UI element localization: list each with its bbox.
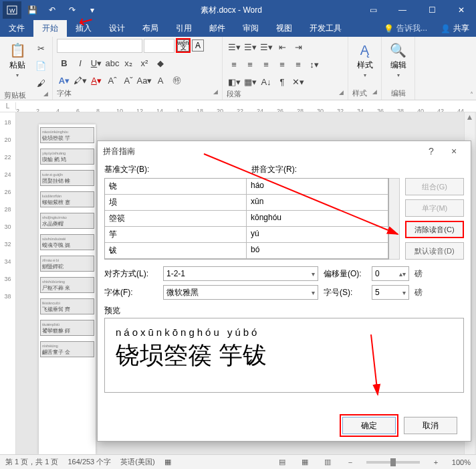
table-cell[interactable]: sōuhúnduówèi螋魂夺魄 娓 bbox=[40, 234, 94, 250]
maximize-icon[interactable]: ☐ bbox=[417, 0, 447, 20]
font-color-button[interactable]: A▾ bbox=[89, 73, 104, 88]
dialog-help-button[interactable]: ? bbox=[420, 146, 443, 157]
superscript-button[interactable]: x² bbox=[137, 56, 152, 70]
web-layout-icon[interactable]: ▥ bbox=[321, 457, 334, 468]
scroll-up-icon[interactable]: ▲ bbox=[465, 112, 475, 123]
phonetic-guide-button[interactable]: wén文 bbox=[176, 38, 191, 53]
base-cell[interactable]: 埙 bbox=[105, 195, 247, 211]
increase-indent-button[interactable]: ⇥ bbox=[291, 39, 306, 54]
table-cell[interactable]: yàyúyūshuāng猰貐 鹓 鸠 bbox=[40, 149, 94, 165]
base-cell[interactable]: 箜篌 bbox=[105, 211, 247, 227]
status-words[interactable]: 164/253 个字 bbox=[68, 457, 111, 467]
shrink-font-button[interactable]: Aˇ bbox=[121, 73, 136, 88]
single-button[interactable]: 单字(M) bbox=[405, 199, 464, 217]
text-effects-button[interactable]: A▾ bbox=[57, 73, 72, 88]
copy-icon[interactable]: 📄 bbox=[33, 58, 48, 73]
vertical-ruler[interactable]: 1820222426283032343638 bbox=[0, 112, 16, 454]
undo-icon[interactable]: ↶ bbox=[43, 1, 62, 19]
char-border-button[interactable]: A bbox=[192, 39, 204, 52]
tab-view[interactable]: 视图 bbox=[267, 20, 301, 37]
font-name-select[interactable] bbox=[57, 39, 142, 53]
numbering-button[interactable]: ☰▾ bbox=[243, 39, 257, 54]
table-cell[interactable]: náoxūnkōnghóu铙埙箜篌 竽 bbox=[40, 127, 94, 143]
table-cell[interactable]: tuán é guàjĭn团棸挂锦 帷 bbox=[40, 170, 94, 186]
base-cell[interactable]: 钹 bbox=[105, 243, 247, 259]
asian-layout-button[interactable]: ✕▾ bbox=[291, 74, 306, 89]
cut-icon[interactable]: ✂ bbox=[33, 41, 48, 56]
ruby-cell[interactable]: háo bbox=[247, 179, 388, 195]
table-cell[interactable]: shīshūbùzàng尸枢不葬 來 bbox=[40, 277, 94, 293]
tab-developer[interactable]: 开发工具 bbox=[301, 20, 350, 37]
clipboard-dialog-launcher[interactable]: ◢ bbox=[43, 90, 48, 100]
tab-references[interactable]: 引用 bbox=[167, 20, 201, 37]
decrease-indent-button[interactable]: ⇤ bbox=[275, 39, 289, 54]
align-select[interactable]: 1-2-1▾ bbox=[163, 266, 318, 281]
zoom-in-icon[interactable]: + bbox=[429, 457, 443, 468]
ruler-tab-selector[interactable]: L bbox=[0, 102, 16, 110]
font-dialog-launcher[interactable]: ◢ bbox=[213, 88, 218, 98]
redo-icon[interactable]: ↷ bbox=[63, 1, 82, 19]
table-cell[interactable]: zĭmáo é bì鰂暨鐔砣 bbox=[40, 256, 94, 272]
cancel-button[interactable]: 取消 bbox=[404, 417, 457, 434]
borders-button[interactable]: ▦▾ bbox=[243, 74, 257, 89]
default-reading-button[interactable]: 默认读音(D) bbox=[405, 242, 464, 260]
paste-button[interactable]: 📋粘贴▾ bbox=[4, 38, 31, 82]
guide-table[interactable]: 铙埙箜篌竽钹 háoxūnkōnghóuyúbó bbox=[104, 178, 389, 260]
bold-button[interactable]: B bbox=[57, 56, 72, 70]
base-cell[interactable]: 铙 bbox=[105, 179, 247, 195]
word-icon[interactable]: W bbox=[3, 1, 21, 19]
font-size-select[interactable] bbox=[144, 39, 174, 53]
shading-button[interactable]: ◧▾ bbox=[227, 74, 241, 89]
multilevel-button[interactable]: ☰▾ bbox=[259, 39, 273, 54]
macro-icon[interactable]: ▦ bbox=[164, 458, 171, 466]
table-cell[interactable]: shuĭjīngkuìmào水晶夔帽 bbox=[40, 213, 94, 229]
collapse-ribbon-icon[interactable]: ˄ bbox=[470, 91, 473, 98]
grow-font-button[interactable]: Aˆ bbox=[105, 73, 120, 88]
table-scrollbar[interactable] bbox=[389, 178, 400, 260]
ruby-cell[interactable]: yú bbox=[247, 227, 388, 243]
underline-button[interactable]: U▾ bbox=[89, 56, 104, 70]
size-select[interactable]: 5▾ bbox=[372, 285, 409, 300]
table-cell[interactable]: tāoténpĭxiū饕鬡貔貅 鐸 bbox=[40, 320, 94, 336]
distribute-button[interactable]: ≡ bbox=[291, 57, 306, 72]
horizontal-ruler[interactable]: L 22468101214161820222426283032343638404… bbox=[0, 100, 476, 112]
tab-insert[interactable]: 插入 bbox=[67, 20, 100, 37]
char-shading-button[interactable]: A bbox=[153, 73, 168, 88]
show-marks-button[interactable]: ¶ bbox=[275, 74, 289, 89]
table-cell[interactable]: fēixiāncuìbì飞襳垂髾 齊 bbox=[40, 298, 94, 314]
align-left-button[interactable]: ≡ bbox=[227, 57, 241, 72]
tab-mail[interactable]: 邮件 bbox=[201, 20, 234, 37]
tab-review[interactable]: 审阅 bbox=[234, 20, 267, 37]
change-case-button[interactable]: Aa▾ bbox=[137, 73, 152, 88]
align-right-button[interactable]: ≡ bbox=[259, 57, 273, 72]
font-select[interactable]: 微软雅黑▾ bbox=[163, 285, 318, 300]
tab-layout[interactable]: 布局 bbox=[134, 20, 167, 37]
document-page[interactable]: náoxūnkōnghóu铙埙箜篌 竽yàyúyūshuāng猰貐 鹓 鸠tuá… bbox=[39, 124, 96, 454]
zoom-out-icon[interactable]: − bbox=[344, 457, 357, 468]
qat-more-icon[interactable]: ▾ bbox=[83, 1, 102, 19]
dialog-close-button[interactable]: × bbox=[443, 146, 465, 157]
para-dialog-launcher[interactable]: ◢ bbox=[339, 89, 344, 99]
base-cell[interactable]: 竽 bbox=[105, 227, 247, 243]
styles-button[interactable]: Ą样式▾ bbox=[352, 38, 377, 82]
table-cell[interactable]: nìshétóng齫舌童子 金 bbox=[40, 341, 94, 357]
justify-button[interactable]: ≡ bbox=[275, 57, 289, 72]
line-spacing-button[interactable]: ↕▾ bbox=[307, 57, 322, 72]
editing-button[interactable]: 🔍编辑▾ bbox=[386, 38, 410, 82]
tab-file[interactable]: 文件 bbox=[0, 20, 33, 37]
enclose-char-button[interactable]: ㊕ bbox=[169, 73, 184, 88]
minimize-icon[interactable]: — bbox=[388, 0, 417, 20]
highlight-button[interactable]: 🖍▾ bbox=[73, 73, 88, 88]
zoom-level[interactable]: 100% bbox=[452, 458, 471, 466]
styles-dialog-launcher[interactable]: ◢ bbox=[372, 88, 377, 98]
format-painter-icon[interactable]: 🖌 bbox=[33, 76, 48, 90]
bullets-button[interactable]: ☰▾ bbox=[227, 39, 241, 54]
combine-button[interactable]: 组合(G) bbox=[405, 178, 464, 195]
clear-format-button[interactable]: ◆ bbox=[153, 56, 168, 70]
sort-button[interactable]: A↓ bbox=[259, 74, 273, 89]
print-layout-icon[interactable]: ▦ bbox=[298, 457, 312, 468]
status-page[interactable]: 第 1 页，共 1 页 bbox=[5, 457, 58, 467]
tab-home[interactable]: 开始 bbox=[33, 20, 67, 37]
ribbon-options-icon[interactable]: ▭ bbox=[358, 0, 388, 20]
ruby-cell[interactable]: bó bbox=[247, 243, 388, 259]
